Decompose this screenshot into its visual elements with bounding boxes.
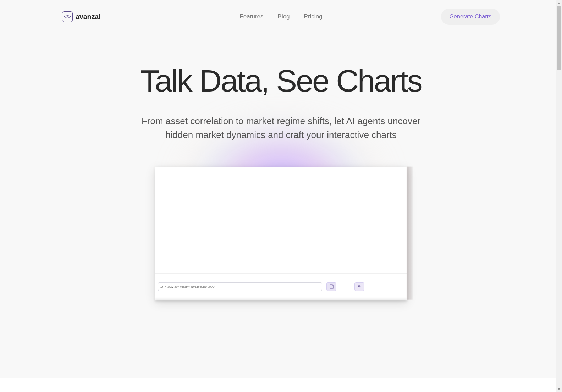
how-it-works-section: How it works — [0, 378, 562, 392]
logo-glyph: </> — [64, 14, 71, 20]
send-button[interactable] — [354, 282, 364, 291]
vertical-scrollbar[interactable]: ▲ ▼ — [556, 0, 562, 392]
generate-charts-button[interactable]: Generate Charts — [441, 9, 500, 25]
brand-logo[interactable]: </> avanzai — [62, 11, 100, 22]
app-preview-window — [155, 167, 407, 300]
nav-link-blog[interactable]: Blog — [278, 13, 290, 20]
scroll-up-button[interactable]: ▲ — [556, 0, 562, 6]
scrollbar-thumb[interactable] — [557, 6, 561, 70]
scrollbar-track[interactable] — [556, 6, 562, 386]
hero-section: Talk Data, See Charts From asset correla… — [0, 33, 562, 300]
preview-container — [0, 167, 562, 300]
nav-link-features[interactable]: Features — [239, 13, 263, 20]
cursor-icon — [357, 283, 362, 290]
preview-wrap — [155, 167, 407, 300]
nav-link-pricing[interactable]: Pricing — [304, 13, 323, 20]
preview-side-shadow — [407, 167, 413, 300]
attach-button[interactable] — [326, 282, 336, 291]
hero-subtitle: From asset correlation to market regime … — [139, 114, 423, 142]
preview-canvas — [155, 167, 407, 273]
top-nav: </> avanzai Features Blog Pricing Genera… — [0, 0, 562, 33]
preview-input-bar — [155, 273, 407, 300]
prompt-input[interactable] — [158, 282, 322, 291]
scroll-down-button[interactable]: ▼ — [556, 386, 562, 392]
hero-title: Talk Data, See Charts — [0, 65, 562, 96]
code-icon: </> — [62, 11, 73, 22]
document-icon — [329, 284, 334, 289]
brand-name: avanzai — [76, 13, 100, 21]
nav-links: Features Blog Pricing — [239, 13, 322, 20]
preview-bottom-shadow — [155, 299, 407, 303]
